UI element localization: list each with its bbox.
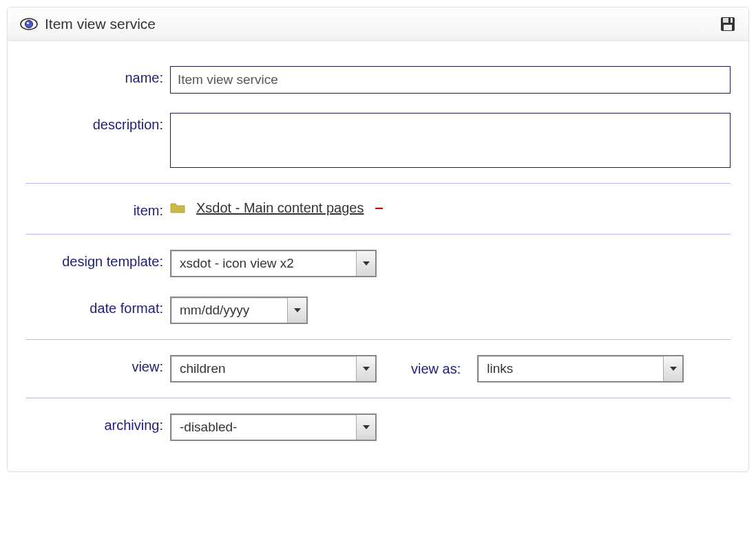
archiving-select[interactable]: -disabled-: [170, 413, 377, 441]
row-design-template: design template: xsdot - icon view x2: [25, 240, 731, 287]
svg-rect-6: [724, 25, 732, 30]
row-name: name:: [25, 56, 731, 103]
item-link[interactable]: Xsdot - Main content pages: [196, 200, 364, 216]
date-format-value: mm/dd/yyyy: [171, 303, 287, 318]
design-template-value: xsdot - icon view x2: [171, 256, 356, 271]
panel-body: name: description: item: Xsdot - Main co…: [8, 41, 748, 471]
svg-point-2: [27, 22, 29, 24]
svg-rect-4: [723, 18, 733, 23]
separator: [25, 234, 731, 235]
date-format-select[interactable]: mm/dd/yyyy: [170, 297, 308, 324]
label-design-template: design template:: [25, 250, 170, 270]
panel: Item view service name: description:: [7, 7, 749, 472]
chevron-down-icon: [663, 356, 682, 381]
view-as-select[interactable]: links: [477, 355, 684, 383]
svg-point-1: [25, 21, 33, 28]
eye-icon: [20, 17, 38, 31]
separator: [25, 183, 731, 184]
view-value: children: [171, 361, 356, 376]
row-description: description:: [25, 103, 731, 177]
archiving-value: -disabled-: [171, 420, 356, 435]
chevron-down-icon: [356, 415, 375, 440]
view-as-value: links: [479, 361, 663, 376]
name-input[interactable]: [170, 66, 731, 94]
label-archiving: archiving:: [25, 413, 170, 433]
svg-rect-5: [728, 18, 731, 23]
label-view: view:: [25, 355, 170, 375]
remove-item-button[interactable]: –: [375, 199, 383, 217]
description-input[interactable]: [170, 113, 731, 168]
label-name: name:: [25, 66, 170, 86]
label-date-format: date format:: [25, 297, 170, 316]
chevron-down-icon: [287, 298, 306, 323]
folder-icon: [170, 202, 185, 214]
separator: [25, 339, 731, 340]
row-archiving: archiving: -disabled-: [25, 404, 731, 451]
separator: [25, 398, 731, 398]
label-view-as: view as:: [411, 361, 461, 377]
label-item: item:: [25, 199, 170, 219]
label-description: description:: [25, 113, 170, 133]
panel-title: Item view service: [45, 16, 720, 32]
panel-header: Item view service: [8, 8, 748, 41]
save-icon[interactable]: [720, 16, 736, 32]
chevron-down-icon: [356, 251, 375, 276]
view-select[interactable]: children: [170, 355, 377, 383]
design-template-select[interactable]: xsdot - icon view x2: [170, 250, 377, 277]
chevron-down-icon: [356, 356, 375, 381]
row-view: view: children view as: links: [25, 345, 731, 392]
row-item: item: Xsdot - Main content pages –: [25, 189, 731, 228]
row-date-format: date format: mm/dd/yyyy: [25, 287, 731, 334]
